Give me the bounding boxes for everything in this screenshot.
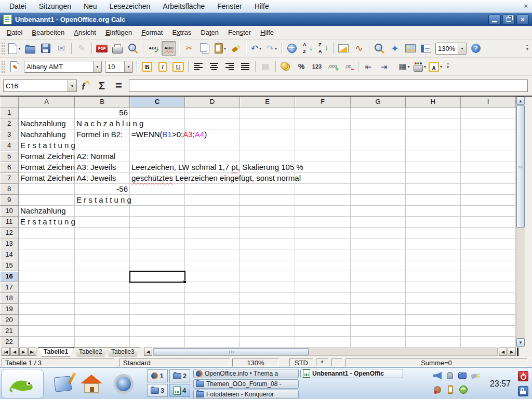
taskbar-window-button[interactable]: Fotodateien - Konqueror — [193, 390, 299, 399]
scroll-right-button[interactable]: ▶ — [508, 348, 516, 356]
input-device-icon[interactable] — [445, 371, 455, 380]
toolbar1-more-button[interactable]: ▾ — [523, 42, 531, 55]
cell-C11[interactable] — [130, 217, 185, 228]
cell-A2[interactable]: Nachzahlung — [19, 118, 75, 129]
taskbar-window-button[interactable]: OpenOffice.info • Thema a — [193, 369, 299, 378]
number-format-button[interactable]: 123 — [310, 59, 324, 74]
column-header-F[interactable]: F — [295, 97, 351, 108]
align-justify-button[interactable] — [238, 59, 252, 74]
cell-C9[interactable] — [130, 195, 185, 206]
desktop-menu-arbeitsfläche[interactable]: Arbeitsfläche — [156, 0, 211, 12]
konqueror-launcher[interactable] — [110, 371, 137, 397]
cell-B22[interactable] — [75, 337, 130, 347]
cell-C21[interactable] — [130, 326, 185, 337]
cell-H14[interactable] — [406, 249, 461, 260]
cell-I3[interactable] — [461, 129, 516, 140]
cell-A9[interactable] — [19, 195, 75, 206]
cell-E3[interactable] — [240, 129, 295, 140]
cell-H18[interactable] — [406, 293, 461, 304]
klipper-icon[interactable] — [446, 385, 455, 394]
cell-B19[interactable] — [75, 304, 130, 315]
menu-format[interactable]: Format — [137, 26, 167, 39]
cell-D4[interactable] — [185, 140, 240, 151]
horizontal-scrollbar[interactable] — [153, 348, 498, 356]
cell-B14[interactable] — [75, 249, 130, 260]
cell-F2[interactable] — [295, 118, 351, 129]
cell-A16[interactable] — [19, 271, 75, 282]
cell-B3[interactable]: Formel in B2: — [75, 129, 130, 140]
cell-C19[interactable] — [130, 304, 185, 315]
cell-B2[interactable]: N a c h z a h l u n g — [75, 118, 130, 129]
zoom-combo[interactable]: 130%▾ — [435, 43, 467, 55]
cell-G1[interactable] — [351, 108, 406, 118]
cell-A22[interactable] — [19, 337, 75, 347]
redo-button[interactable]: ↷▾ — [264, 41, 279, 56]
edit-file-button[interactable]: ✎ — [74, 41, 89, 56]
cell-F14[interactable] — [295, 249, 351, 260]
desktop-menu-lesezeichen[interactable]: Lesezeichen — [103, 0, 157, 12]
column-header-A[interactable]: A — [19, 97, 75, 108]
merge-cells-button[interactable]: ▦ — [258, 59, 273, 74]
cell-C10[interactable] — [130, 206, 185, 217]
maximize-button[interactable] — [502, 15, 515, 25]
cell-E19[interactable] — [240, 304, 295, 315]
cell-B16[interactable] — [75, 271, 130, 282]
cell-D18[interactable] — [185, 293, 240, 304]
cell-G12[interactable] — [351, 228, 406, 238]
name-box-dropdown-icon[interactable]: ▾ — [68, 80, 76, 91]
cell-E5[interactable] — [240, 151, 295, 162]
cell-H7[interactable] — [406, 173, 461, 184]
paste-button-dropdown-icon[interactable]: ▾ — [224, 46, 226, 51]
format-paintbrush-button[interactable] — [229, 41, 243, 56]
redo-button-dropdown-icon[interactable]: ▾ — [275, 46, 277, 51]
cell-A8[interactable] — [19, 184, 75, 195]
cell-F20[interactable] — [295, 315, 351, 326]
cell-A10[interactable]: Nachzahlung — [19, 206, 75, 217]
cell-G13[interactable] — [351, 238, 406, 249]
cell-I6[interactable] — [461, 162, 516, 173]
cell-F12[interactable] — [295, 228, 351, 238]
sheet-tab-tabelle1[interactable]: Tabelle1 — [38, 347, 74, 356]
cell-G22[interactable] — [351, 337, 406, 347]
cell-D19[interactable] — [185, 304, 240, 315]
cell-I12[interactable] — [461, 228, 516, 238]
cell-G2[interactable] — [351, 118, 406, 129]
function-button[interactable]: = — [111, 79, 126, 92]
volume-icon[interactable] — [433, 371, 442, 380]
cell-E12[interactable] — [240, 228, 295, 238]
row-header-17[interactable]: 17 — [0, 282, 19, 293]
menu-datei[interactable]: Datei — [2, 26, 27, 39]
cell-E10[interactable] — [240, 206, 295, 217]
cell-F1[interactable] — [295, 108, 351, 118]
cell-G11[interactable] — [351, 217, 406, 228]
cell-E8[interactable] — [240, 184, 295, 195]
tab-first-button[interactable]: |◀ — [2, 348, 10, 356]
logout-button[interactable] — [518, 371, 528, 381]
row-header-16[interactable]: 16 — [0, 271, 19, 282]
cell-G21[interactable] — [351, 326, 406, 337]
spellcheck-button[interactable]: ABC✓ — [146, 41, 161, 56]
cell-C12[interactable] — [130, 228, 185, 238]
cell-F18[interactable] — [295, 293, 351, 304]
cell-D11[interactable] — [185, 217, 240, 228]
row-header-18[interactable]: 18 — [0, 293, 19, 304]
cell-E13[interactable] — [240, 238, 295, 249]
cell-B10[interactable] — [75, 206, 130, 217]
cell-D9[interactable] — [185, 195, 240, 206]
cell-B13[interactable] — [75, 238, 130, 249]
cell-E1[interactable] — [240, 108, 295, 118]
cell-A15[interactable] — [19, 260, 75, 271]
kwrite-launcher[interactable] — [49, 371, 76, 397]
cell-G17[interactable] — [351, 282, 406, 293]
desktop-menu-datei[interactable]: Datei — [3, 0, 33, 12]
horizontal-scroll-thumb[interactable] — [154, 348, 309, 355]
copy-button[interactable] — [197, 41, 212, 56]
cell-D2[interactable] — [185, 118, 240, 129]
desktop-menu-hilfe[interactable]: Hilfe — [248, 0, 275, 12]
cell-G8[interactable] — [351, 184, 406, 195]
cell-A20[interactable] — [19, 315, 75, 326]
cell-C13[interactable] — [130, 238, 185, 249]
tab-next-button[interactable]: ▶ — [19, 348, 28, 356]
minimize-button[interactable] — [488, 15, 501, 25]
cell-I19[interactable] — [461, 304, 516, 315]
